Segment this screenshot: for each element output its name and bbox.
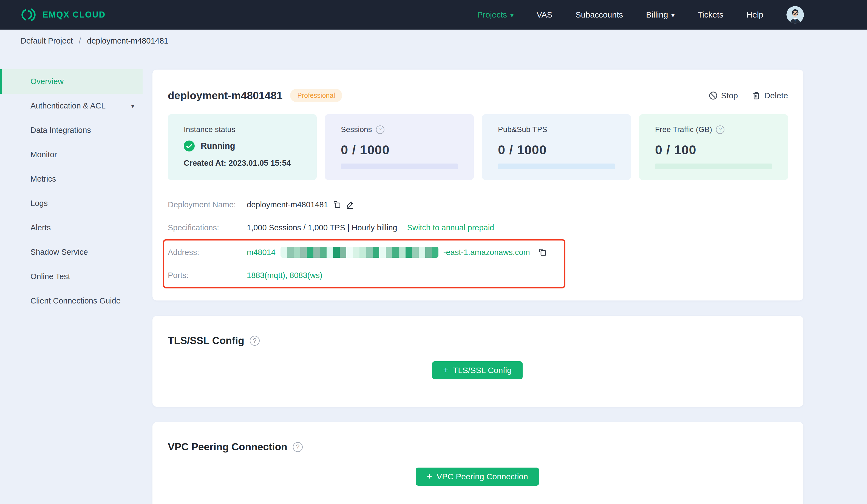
add-vpc-peering-button[interactable]: + VPC Peering Connection [416, 468, 539, 486]
caret-down-icon: ▾ [671, 12, 675, 19]
brand-logo[interactable]: EMQX CLOUD [21, 8, 106, 22]
help-icon[interactable]: ? [376, 125, 384, 134]
nav-vas[interactable]: VAS [537, 10, 553, 20]
breadcrumb-project[interactable]: Default Project [21, 36, 73, 45]
sessions-progress-bar [341, 164, 458, 169]
sidebar-item-overview[interactable]: Overview [0, 69, 142, 94]
free-traffic-progress-bar [655, 164, 772, 169]
sidebar-item-shadow-service[interactable]: Shadow Service [0, 240, 142, 264]
ports-label: Ports: [168, 271, 247, 280]
plus-icon: + [443, 365, 449, 374]
sidebar-item-logs[interactable]: Logs [0, 191, 142, 216]
address-label: Address: [168, 248, 247, 257]
sidebar-item-online-test[interactable]: Online Test [0, 264, 142, 289]
address-suffix: -east-1.amazonaws.com [443, 248, 530, 257]
help-icon[interactable]: ? [716, 125, 725, 134]
delete-button[interactable]: Delete [751, 91, 788, 100]
user-avatar[interactable] [786, 6, 804, 24]
nav-help[interactable]: Help [746, 10, 763, 20]
deployment-name-row: Deployment Name: deployment-m4801481 [168, 193, 788, 216]
breadcrumb-current: deployment-m4801481 [87, 36, 168, 45]
specifications-label: Specifications: [168, 223, 247, 232]
caret-down-icon: ▾ [510, 12, 514, 19]
free-traffic-card: Free Traffic (GB) ? 0 / 100 [639, 114, 788, 180]
free-traffic-label: Free Traffic (GB) [655, 125, 712, 134]
breadcrumb-separator: / [79, 36, 81, 45]
pubsub-tps-label: Pub&Sub TPS [498, 125, 547, 134]
free-traffic-value: 0 / 100 [655, 142, 772, 157]
main-content: deployment-m4801481 Professional Stop [152, 69, 803, 504]
ports-value: 1883(mqtt), 8083(ws) [247, 271, 322, 280]
top-navbar: EMQX CLOUD Projects ▾ VAS Subaccounts Bi… [0, 0, 867, 30]
deployment-name-label: Deployment Name: [168, 200, 247, 209]
nav-tickets[interactable]: Tickets [697, 10, 723, 20]
breadcrumb: Default Project / deployment-m4801481 [0, 30, 867, 52]
sidebar-item-data-integrations[interactable]: Data Integrations [0, 118, 142, 142]
specifications-value: 1,000 Sessions / 1,000 TPS | Hourly bill… [247, 223, 397, 232]
sidebar-item-monitor[interactable]: Monitor [0, 142, 142, 167]
add-tls-ssl-config-button[interactable]: + TLS/SSL Config [432, 361, 523, 379]
vpc-peering-title: VPC Peering Connection [168, 441, 287, 453]
annotation-highlight-box: Address: m48014 -east-1.amazonaws.com [163, 239, 565, 288]
nav-subaccounts[interactable]: Subaccounts [576, 10, 623, 20]
sidebar-item-alerts[interactable]: Alerts [0, 216, 142, 240]
pubsub-tps-card: Pub&Sub TPS 0 / 1000 [482, 114, 631, 180]
plan-badge: Professional [290, 89, 342, 102]
deployment-name-value: deployment-m4801481 [247, 200, 328, 209]
created-at: Created At: 2023.01.05 15:54 [184, 158, 301, 168]
avatar-image [786, 6, 804, 24]
address-row: Address: m48014 -east-1.amazonaws.com [168, 241, 564, 264]
trash-icon [751, 91, 761, 100]
sessions-value: 0 / 1000 [341, 142, 458, 157]
caret-down-icon: ▾ [131, 102, 135, 110]
switch-annual-prepaid-link[interactable]: Switch to annual prepaid [407, 223, 494, 232]
emqx-logo-icon [21, 8, 36, 22]
sidebar-item-authentication-acl[interactable]: Authentication & ACL ▾ [0, 94, 142, 118]
vpc-peering-card: VPC Peering Connection ? + VPC Peering C… [152, 422, 803, 504]
pubsub-tps-progress-bar [498, 164, 615, 169]
tls-ssl-card: TLS/SSL Config ? + TLS/SSL Config [152, 316, 803, 407]
top-menu: Projects ▾ VAS Subaccounts Billing ▾ Tic… [478, 6, 804, 24]
sessions-label: Sessions [341, 125, 372, 134]
copy-icon [333, 200, 341, 209]
address-prefix: m48014 [247, 248, 276, 257]
nav-billing[interactable]: Billing ▾ [646, 10, 675, 20]
plus-icon: + [427, 471, 432, 481]
copy-icon [538, 248, 547, 257]
copy-button[interactable] [333, 200, 341, 209]
help-icon[interactable]: ? [250, 336, 260, 346]
ports-row: Ports: 1883(mqtt), 8083(ws) [168, 264, 564, 287]
instance-status-value: Running [201, 141, 235, 151]
nav-projects[interactable]: Projects ▾ [478, 10, 514, 20]
sessions-card: Sessions ? 0 / 1000 [325, 114, 474, 180]
pubsub-tps-value: 0 / 1000 [498, 142, 615, 157]
sidebar-item-client-connections-guide[interactable]: Client Connections Guide [0, 289, 142, 313]
copy-address-button[interactable] [538, 248, 547, 257]
address-redacted-mosaic [280, 247, 438, 258]
sidebar-item-metrics[interactable]: Metrics [0, 167, 142, 191]
specifications-row: Specifications: 1,000 Sessions / 1,000 T… [168, 216, 788, 239]
edit-button[interactable] [346, 200, 354, 209]
edit-pencil-icon [346, 200, 354, 209]
deployment-title: deployment-m4801481 [168, 90, 282, 102]
check-circle-icon [184, 141, 195, 152]
help-icon[interactable]: ? [293, 442, 303, 452]
brand-name: EMQX CLOUD [43, 10, 106, 20]
tls-ssl-title: TLS/SSL Config [168, 335, 244, 347]
stop-button[interactable]: Stop [708, 91, 738, 100]
instance-status-card: Instance status Running Created At: 2023… [168, 114, 317, 180]
instance-status-label: Instance status [184, 125, 301, 134]
deployment-overview-card: deployment-m4801481 Professional Stop [152, 69, 803, 300]
stop-icon [708, 91, 718, 100]
sidebar: Overview Authentication & ACL ▾ Data Int… [0, 52, 142, 313]
